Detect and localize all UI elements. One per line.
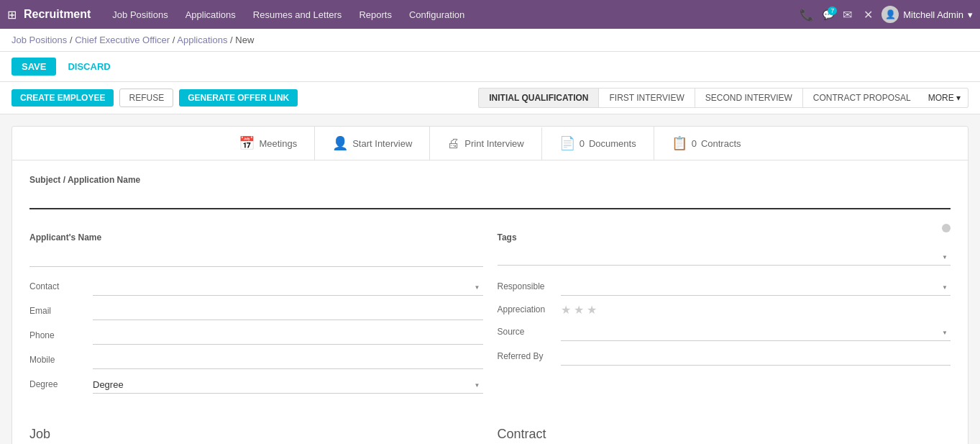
contracts-button[interactable]: 📋 0 Contracts xyxy=(654,127,759,160)
start-interview-button[interactable]: 👤 Start Interview xyxy=(315,127,430,160)
calendar-icon: 📅 xyxy=(239,135,255,151)
tags-group: Tags xyxy=(498,232,951,267)
applicant-name-group: Applicant's Name xyxy=(29,232,483,267)
subject-input[interactable] xyxy=(29,186,951,209)
mobile-input[interactable] xyxy=(93,352,483,369)
start-interview-label: Start Interview xyxy=(352,138,412,149)
breadcrumb-current: New xyxy=(235,35,254,45)
degree-row: Degree Degree xyxy=(29,376,483,394)
breadcrumb-ceo[interactable]: Chief Executive Officer xyxy=(75,35,170,45)
refuse-button[interactable]: REFUSE xyxy=(119,89,173,107)
mobile-label: Mobile xyxy=(29,355,87,365)
referred-by-row: Referred By xyxy=(498,348,951,366)
source-row: Source xyxy=(498,324,951,341)
contracts-count: 0 xyxy=(692,138,697,149)
star-rating: ★ ★ ★ xyxy=(561,303,597,317)
phone-row: Phone xyxy=(29,327,483,345)
contracts-label: Contracts xyxy=(701,138,741,149)
chat-badge[interactable]: 💬 7 xyxy=(823,9,834,20)
tab-contract-proposal[interactable]: CONTRACT PROPOSAL xyxy=(802,88,921,108)
documents-label: Documents xyxy=(589,138,636,149)
breadcrumb-applications[interactable]: Applications xyxy=(177,35,227,45)
contact-row: Contact xyxy=(29,278,483,296)
responsible-select-wrapper xyxy=(561,278,951,296)
app-name: Recruitment xyxy=(24,8,91,21)
more-button[interactable]: MORE ▾ xyxy=(921,88,968,108)
tags-label: Tags xyxy=(498,232,951,243)
documents-button[interactable]: 📄 0 Documents xyxy=(542,127,654,160)
print-interview-button[interactable]: 🖨 Print Interview xyxy=(430,127,541,160)
applicant-name-label: Applicant's Name xyxy=(29,232,483,243)
stage-tabs: INITIAL QUALIFICATION FIRST INTERVIEW SE… xyxy=(478,88,968,108)
menu-job-positions[interactable]: Job Positions xyxy=(105,5,175,24)
mobile-row: Mobile xyxy=(29,352,483,369)
applicant-name-input[interactable] xyxy=(29,250,483,267)
user-menu[interactable]: 👤 Mitchell Admin ▾ xyxy=(881,6,973,23)
job-contract-section: Job Applied Job Chief Executive Officer … xyxy=(29,412,951,444)
form-right-col: Responsible Appreciation ★ ★ ★ xyxy=(498,278,951,401)
avatar: 👤 xyxy=(881,6,899,23)
source-label: Source xyxy=(498,327,555,337)
menu-reports[interactable]: Reports xyxy=(352,5,399,24)
documents-count: 0 xyxy=(580,138,585,149)
meetings-label: Meetings xyxy=(259,138,297,149)
more-label: MORE xyxy=(928,93,954,103)
form-body: Subject / Application Name Applicant's N… xyxy=(12,160,968,444)
generate-offer-button[interactable]: GENERATE OFFER LINK xyxy=(179,89,298,107)
form-actions-row: 📅 Meetings 👤 Start Interview 🖨 Print Int… xyxy=(12,127,968,160)
tab-second-interview[interactable]: SECOND INTERVIEW xyxy=(695,88,802,108)
document-icon: 📄 xyxy=(559,135,575,151)
user-dropdown-icon: ▾ xyxy=(968,9,973,20)
menu-resumes-letters[interactable]: Resumes and Letters xyxy=(246,5,349,24)
email-label: Email xyxy=(29,306,87,316)
form-two-col: Contact Email Phone xyxy=(29,278,951,401)
responsible-row: Responsible xyxy=(498,278,951,296)
tags-input[interactable] xyxy=(498,248,951,266)
navbar-right: 📞 💬 7 ✉ ✕ 👤 Mitchell Admin ▾ xyxy=(797,5,973,24)
star-3[interactable]: ★ xyxy=(587,303,597,317)
source-select[interactable] xyxy=(561,324,951,341)
discard-button[interactable]: DISCARD xyxy=(62,58,116,76)
user-name: Mitchell Admin xyxy=(903,9,963,20)
job-section: Job Applied Job Chief Executive Officer … xyxy=(29,412,483,444)
navbar: ⊞ Recruitment Job Positions Applications… xyxy=(0,0,980,29)
breadcrumb: Job Positions / Chief Executive Officer … xyxy=(0,29,980,52)
star-1[interactable]: ★ xyxy=(561,303,571,317)
referred-by-input[interactable] xyxy=(561,348,951,366)
print-interview-label: Print Interview xyxy=(464,138,523,149)
source-select-wrapper xyxy=(561,324,951,341)
print-icon: 🖨 xyxy=(447,136,460,151)
breadcrumb-job-positions[interactable]: Job Positions xyxy=(12,35,67,45)
degree-label: Degree xyxy=(29,379,87,389)
tab-initial-qualification[interactable]: INITIAL QUALIFICATION xyxy=(478,88,598,108)
contact-select[interactable] xyxy=(93,278,483,296)
referred-by-label: Referred By xyxy=(498,351,555,361)
star-2[interactable]: ★ xyxy=(574,303,584,317)
responsible-select[interactable] xyxy=(561,278,951,296)
close-icon[interactable]: ✕ xyxy=(861,5,876,24)
phone-input[interactable] xyxy=(93,327,483,345)
main-content: 📅 Meetings 👤 Start Interview 🖨 Print Int… xyxy=(0,114,980,444)
stage-bar: CREATE EMPLOYEE REFUSE GENERATE OFFER LI… xyxy=(0,82,980,114)
message-icon[interactable]: ✉ xyxy=(840,5,855,24)
menu-applications[interactable]: Applications xyxy=(178,5,243,24)
meetings-button[interactable]: 📅 Meetings xyxy=(221,127,315,160)
person-icon: 👤 xyxy=(332,135,348,151)
status-dot xyxy=(942,224,951,232)
create-employee-button[interactable]: CREATE EMPLOYEE xyxy=(12,89,114,107)
grid-icon[interactable]: ⊞ xyxy=(7,8,17,22)
email-input[interactable] xyxy=(93,303,483,320)
badge-count: 7 xyxy=(828,6,837,15)
menu-configuration[interactable]: Configuration xyxy=(402,5,472,24)
tab-first-interview[interactable]: FIRST INTERVIEW xyxy=(598,88,694,108)
contact-label: Contact xyxy=(29,281,87,291)
phone-label: Phone xyxy=(29,330,87,340)
responsible-label: Responsible xyxy=(498,281,555,291)
degree-select-wrapper: Degree xyxy=(93,376,483,394)
save-button[interactable]: SAVE xyxy=(12,58,56,76)
degree-select[interactable]: Degree xyxy=(93,376,483,394)
phone-icon[interactable]: 📞 xyxy=(797,5,817,24)
more-dropdown-icon: ▾ xyxy=(956,93,961,103)
email-row: Email xyxy=(29,303,483,320)
contact-select-wrapper xyxy=(93,278,483,296)
